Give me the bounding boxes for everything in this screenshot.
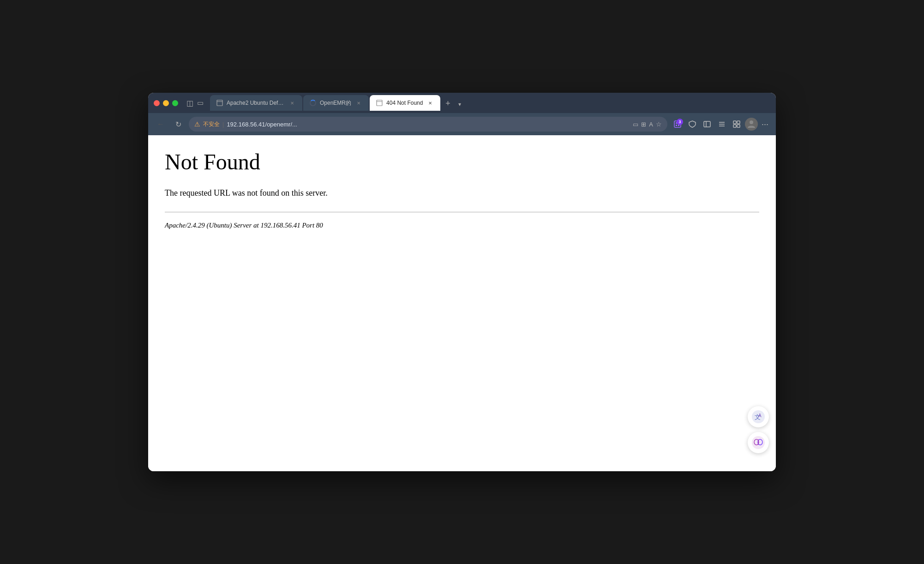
- browser-window: ◫ ▭ Apache2 Ubuntu Default Pag ✕ OpenEMR…: [148, 93, 776, 471]
- extensions-icon-btn[interactable]: 3: [671, 118, 684, 131]
- translate-button[interactable]: 文 A: [748, 406, 769, 427]
- collections-icon: [732, 120, 741, 128]
- svg-point-18: [750, 120, 753, 124]
- page-body-text: The requested URL was not found on this …: [165, 188, 759, 198]
- screen-cast-icon[interactable]: ▭: [633, 121, 638, 128]
- title-bar: ◫ ▭ Apache2 Ubuntu Default Pag ✕ OpenEMR…: [148, 93, 776, 113]
- svg-rect-14: [733, 121, 736, 124]
- tab-openemr[interactable]: OpenEMR的 ✕: [303, 95, 369, 111]
- svg-text:A: A: [758, 413, 762, 418]
- svg-rect-9: [704, 121, 710, 127]
- tab3-label: 404 Not Found: [386, 100, 423, 106]
- font-size-icon[interactable]: A: [649, 121, 653, 128]
- tab-404[interactable]: 404 Not Found ✕: [370, 95, 440, 111]
- minimize-button[interactable]: [163, 100, 169, 106]
- svg-rect-17: [737, 125, 740, 127]
- sidebar-icon-btn[interactable]: [701, 118, 714, 131]
- profile-avatar-button[interactable]: [745, 118, 758, 131]
- svg-rect-2: [377, 100, 382, 106]
- translate-icon: 文 A: [752, 410, 765, 423]
- new-tab-sidebar-icon[interactable]: ▭: [197, 99, 204, 107]
- tab1-favicon-icon: [216, 100, 223, 106]
- tab2-spinner-icon: [310, 100, 316, 106]
- brain-icon: [752, 436, 765, 449]
- svg-rect-16: [733, 125, 736, 127]
- sidebar-icon: [703, 120, 711, 128]
- close-button[interactable]: [154, 100, 160, 106]
- avatar-icon: [746, 119, 757, 130]
- address-separator: |: [222, 121, 224, 128]
- page-footer-text: Apache/2.4.29 (Ubuntu) Server at 192.168…: [165, 222, 759, 229]
- tab2-label: OpenEMR的: [320, 99, 351, 107]
- tab1-close-button[interactable]: ✕: [288, 99, 296, 107]
- tab3-favicon-icon: [376, 100, 383, 106]
- svg-rect-15: [737, 121, 740, 124]
- collections-icon-btn[interactable]: [730, 118, 743, 131]
- address-bar[interactable]: ⚠ 不安全 | 192.168.56.41/openemr/... ▭ ⊞ A …: [189, 117, 667, 132]
- url-display: 192.168.56.41/openemr/...: [227, 121, 297, 128]
- ai-brain-button[interactable]: [748, 432, 769, 453]
- tab-apache[interactable]: Apache2 Ubuntu Default Pag ✕: [210, 95, 302, 111]
- tab2-close-button[interactable]: ✕: [355, 99, 362, 107]
- nav-bar: ← ↻ ⚠ 不安全 | 192.168.56.41/openemr/... ▭ …: [148, 113, 776, 135]
- shield-icon: [688, 120, 696, 128]
- back-button[interactable]: ←: [154, 117, 168, 131]
- tab-bar: Apache2 Ubuntu Default Pag ✕ OpenEMR的 ✕ …: [210, 95, 770, 111]
- tab-list-icon[interactable]: ◫: [186, 99, 193, 108]
- page-title: Not Found: [165, 149, 759, 174]
- badge-count: 3: [677, 119, 683, 125]
- tab3-close-button[interactable]: ✕: [426, 99, 434, 107]
- traffic-lights: [154, 100, 178, 106]
- nav-icons-right: 3: [671, 118, 770, 131]
- insecure-label: 不安全: [203, 120, 220, 128]
- tab1-label: Apache2 Ubuntu Default Pag: [227, 100, 285, 106]
- svg-rect-0: [217, 100, 222, 106]
- new-tab-button[interactable]: +: [441, 97, 454, 110]
- svg-rect-7: [676, 125, 677, 126]
- more-options-button[interactable]: ···: [760, 120, 770, 129]
- favorites-icon-btn[interactable]: [715, 118, 728, 131]
- grid-view-icon[interactable]: ⊞: [641, 121, 646, 128]
- maximize-button[interactable]: [172, 100, 178, 106]
- page-content: Not Found The requested URL was not foun…: [148, 135, 776, 471]
- star-list-icon: [718, 120, 726, 128]
- adblocker-icon-btn[interactable]: [686, 118, 699, 131]
- floating-buttons: 文 A: [748, 406, 769, 453]
- refresh-button[interactable]: ↻: [171, 117, 185, 131]
- security-warning-icon: ⚠: [194, 120, 200, 128]
- bookmark-icon[interactable]: ☆: [656, 120, 662, 128]
- page-divider: [165, 212, 759, 212]
- tab-dropdown-button[interactable]: ▾: [455, 98, 464, 111]
